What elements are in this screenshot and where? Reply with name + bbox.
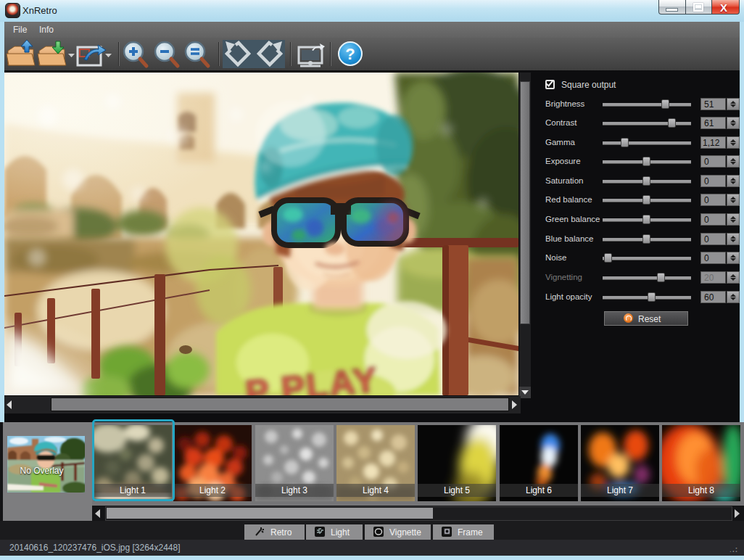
svg-text:?: ? xyxy=(345,45,355,63)
